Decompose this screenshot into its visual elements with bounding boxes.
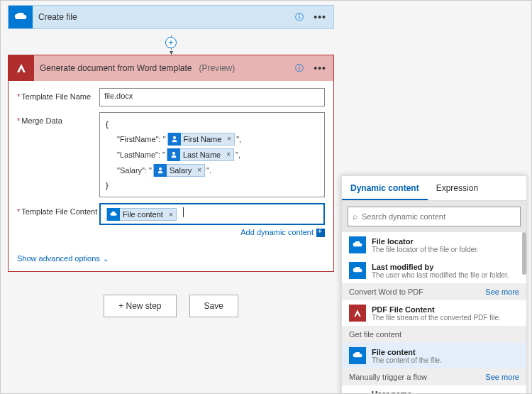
search-dynamic-content[interactable]: ⌕ <box>348 207 521 226</box>
chevron-down-icon: ⌄ <box>103 255 109 263</box>
dc-item-pdf-file-content[interactable]: PDF File ContentThe file stream of the c… <box>342 300 526 326</box>
more-icon[interactable]: ••• <box>314 62 326 74</box>
dc-item-file-content[interactable]: File contentThe content of the file. <box>342 343 526 368</box>
see-more-link[interactable]: See more <box>485 373 519 381</box>
dc-group-get-file-content: Get file content <box>342 326 526 343</box>
token-salary[interactable]: Salary × <box>153 164 205 177</box>
dc-item-user-name[interactable]: User nameThe display name of the user wh… <box>342 385 526 394</box>
search-icon: ⌕ <box>353 212 358 221</box>
onedrive-icon <box>9 6 33 28</box>
dc-group-convert-word: Convert Word to PDFSee more <box>342 283 526 300</box>
token-file-content[interactable]: File content × <box>106 208 177 221</box>
input-template-file-name[interactable]: file.docx <box>99 88 325 106</box>
input-template-file-content[interactable]: File content × <box>99 203 325 225</box>
help-icon[interactable]: ⓘ <box>295 11 304 23</box>
onedrive-icon <box>349 347 366 364</box>
step-title: Create file <box>38 12 289 22</box>
token-last-name[interactable]: Last Name × <box>167 148 234 161</box>
remove-token-icon[interactable]: × <box>166 211 176 219</box>
action-header[interactable]: Generate document from Word template (Pr… <box>9 55 333 81</box>
arrow-down-icon: ▾ <box>170 50 173 55</box>
label-template-file-name: *Template File Name <box>17 88 99 101</box>
merge-line: "FirstName": " First Name × ", <box>106 131 318 147</box>
tab-dynamic-content[interactable]: Dynamic content <box>342 176 428 200</box>
scrollbar[interactable] <box>522 232 526 275</box>
dynamic-content-panel: Dynamic content Expression ⌕ File locato… <box>341 175 527 394</box>
onedrive-icon <box>349 262 366 279</box>
adobe-icon <box>9 55 34 81</box>
onedrive-icon <box>349 236 366 253</box>
see-more-link[interactable]: See more <box>485 288 519 296</box>
dynamic-content-list: File locatorThe file locator of the file… <box>342 232 526 394</box>
add-dynamic-content-link[interactable]: Add dynamic content <box>240 228 314 236</box>
add-dynamic-content-icon[interactable] <box>316 229 325 237</box>
action-title: Generate document from Word template <box>40 63 192 73</box>
remove-token-icon[interactable]: × <box>194 163 204 177</box>
tab-expression[interactable]: Expression <box>428 176 487 200</box>
dc-group-manual-trigger: Manually trigger a flowSee more <box>342 368 526 385</box>
help-icon[interactable]: ⓘ <box>295 62 304 75</box>
label-merge-data: *Merge Data <box>17 112 99 125</box>
remove-token-icon[interactable]: × <box>223 148 233 162</box>
save-button[interactable]: Save <box>189 295 238 317</box>
merge-line: "LastName": " Last Name × ", <box>106 147 318 163</box>
action-suffix: (Preview) <box>199 63 235 73</box>
adobe-icon <box>349 305 366 322</box>
remove-token-icon[interactable]: × <box>224 132 234 146</box>
label-template-file-content: *Template File Content <box>17 203 99 216</box>
add-step-button[interactable]: + <box>165 37 177 48</box>
more-icon[interactable]: ••• <box>314 11 326 23</box>
action-generate-document: Generate document from Word template (Pr… <box>8 55 334 272</box>
show-advanced-options[interactable]: Show advanced options⌄ <box>9 248 333 271</box>
dc-item-file-locator[interactable]: File locatorThe file locator of the file… <box>342 232 526 258</box>
dc-item-last-modified-by[interactable]: Last modified byThe user who last modifi… <box>342 258 526 283</box>
merge-line: "Salary": " Salary × ". <box>106 163 318 178</box>
step-create-file[interactable]: Create file ⓘ ••• <box>8 5 334 29</box>
input-merge-data[interactable]: { "FirstName": " First Name × ", "LastNa <box>99 112 325 197</box>
search-input[interactable] <box>362 212 516 221</box>
new-step-button[interactable]: + New step <box>104 295 176 317</box>
connector: + ▾ <box>8 35 334 55</box>
token-first-name[interactable]: First Name × <box>167 133 235 146</box>
